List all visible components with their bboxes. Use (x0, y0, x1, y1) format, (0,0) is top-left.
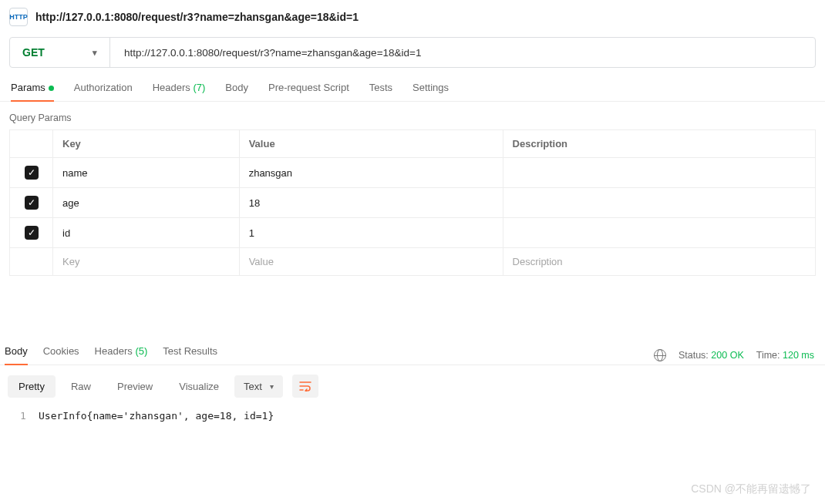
cell-value[interactable]: zhansgan (239, 158, 503, 188)
params-table: Key Value Description ✓ name zhansgan ✓ … (9, 129, 816, 276)
time-group[interactable]: Time: 120 ms (756, 350, 814, 361)
time-value: 120 ms (783, 350, 814, 361)
resp-tab-cookies[interactable]: Cookies (43, 345, 79, 365)
placeholder-value[interactable]: Value (239, 248, 503, 276)
table-row[interactable]: ✓ name zhansgan (10, 158, 816, 188)
http-icon: HTTP (9, 8, 28, 26)
resp-tab-testresults[interactable]: Test Results (163, 345, 217, 365)
url-input[interactable]: http://127.0.0.1:8080/request/r3?name=zh… (110, 38, 815, 67)
request-tabs: Params Authorization Headers (7) Body Pr… (0, 68, 825, 102)
table-header-row: Key Value Description (10, 130, 816, 158)
cell-description[interactable] (503, 158, 815, 188)
table-row[interactable]: ✓ age 18 (10, 188, 816, 218)
globe-icon[interactable] (654, 349, 666, 361)
method-label: GET (22, 46, 45, 59)
response-header: Body Cookies Headers (5) Test Results St… (0, 338, 825, 365)
row-checkbox[interactable]: ✓ (25, 226, 39, 240)
resp-tab-body[interactable]: Body (5, 345, 28, 365)
response-body-text: UserInfo{name='zhansgan', age=18, id=1} (39, 410, 274, 422)
cell-value[interactable]: 1 (239, 218, 503, 248)
status-group[interactable]: Status: 200 OK (679, 350, 744, 361)
cell-description[interactable] (503, 188, 815, 218)
cell-description[interactable] (503, 218, 815, 248)
tab-authorization[interactable]: Authorization (74, 82, 133, 101)
resp-tab-headers[interactable]: Headers (5) (95, 345, 148, 365)
status-label: Status: (679, 350, 709, 361)
table-placeholder-row[interactable]: Key Value Description (10, 248, 816, 276)
placeholder-key[interactable]: Key (53, 248, 240, 276)
view-preview-button[interactable]: Preview (106, 375, 163, 398)
col-check (10, 130, 53, 158)
request-bar: GET ▾ http://127.0.0.1:8080/request/r3?n… (9, 37, 816, 68)
request-title: http://127.0.0.1:8080/request/r3?name=zh… (35, 11, 359, 23)
format-select[interactable]: Text ▾ (234, 375, 283, 398)
response-view-bar: Pretty Raw Preview Visualize Text ▾ (0, 365, 825, 407)
row-checkbox[interactable]: ✓ (25, 166, 39, 180)
wrap-icon (299, 381, 311, 391)
col-key: Key (53, 130, 240, 158)
cell-key[interactable]: id (53, 218, 240, 248)
tab-tests[interactable]: Tests (369, 82, 392, 101)
tab-settings[interactable]: Settings (412, 82, 449, 101)
line-number: 1 (8, 410, 39, 422)
tab-headers-label: Headers (153, 82, 190, 93)
tab-params[interactable]: Params (11, 82, 54, 101)
request-header: HTTP http://127.0.0.1:8080/request/r3?na… (0, 0, 825, 37)
cell-value[interactable]: 18 (239, 188, 503, 218)
tab-params-label: Params (11, 82, 45, 93)
response-body[interactable]: 1 UserInfo{name='zhansgan', age=18, id=1… (0, 407, 825, 432)
placeholder-description[interactable]: Description (503, 248, 815, 276)
format-label: Text (244, 381, 262, 392)
table-row[interactable]: ✓ id 1 (10, 218, 816, 248)
tab-headers[interactable]: Headers (7) (153, 82, 206, 101)
resp-tab-headers-label: Headers (95, 345, 133, 357)
col-value: Value (239, 130, 503, 158)
status-value: 200 OK (711, 350, 743, 361)
cell-key[interactable]: name (53, 158, 240, 188)
method-select[interactable]: GET ▾ (10, 38, 110, 67)
view-pretty-button[interactable]: Pretty (8, 375, 56, 398)
tab-prerequest[interactable]: Pre-request Script (268, 82, 349, 101)
col-description: Description (503, 130, 815, 158)
cell-key[interactable]: age (53, 188, 240, 218)
wrap-lines-button[interactable] (292, 375, 318, 398)
params-indicator-dot (49, 86, 54, 91)
query-params-label: Query Params (0, 102, 825, 129)
response-status: Status: 200 OK Time: 120 ms (654, 349, 814, 361)
row-checkbox[interactable]: ✓ (25, 196, 39, 210)
chevron-down-icon: ▾ (93, 48, 97, 58)
view-raw-button[interactable]: Raw (60, 375, 102, 398)
view-visualize-button[interactable]: Visualize (168, 375, 230, 398)
tab-headers-count: (7) (193, 82, 205, 93)
time-label: Time: (756, 350, 780, 361)
chevron-down-icon: ▾ (270, 382, 274, 391)
response-tabs: Body Cookies Headers (5) Test Results (5, 345, 217, 365)
resp-tab-headers-count: (5) (135, 345, 147, 357)
tab-body[interactable]: Body (225, 82, 248, 101)
